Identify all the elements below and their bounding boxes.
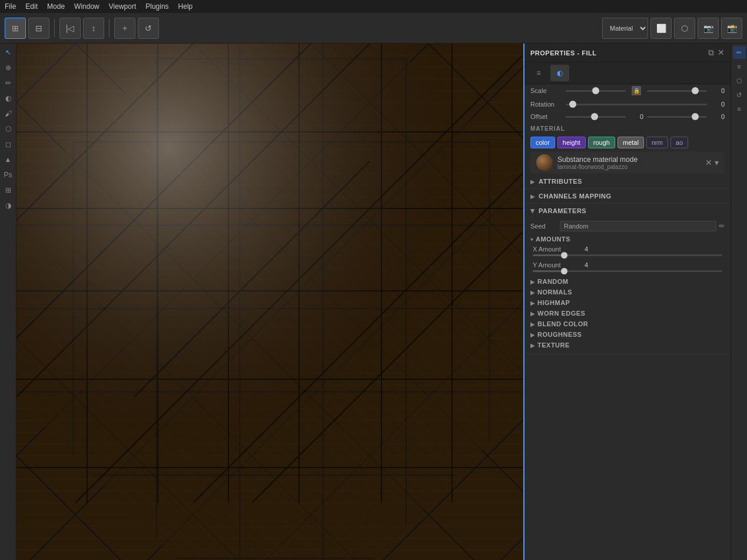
attributes-header[interactable]: ▶ Attributes xyxy=(524,174,731,188)
roughness-header[interactable]: ▶ ROUGHNESS xyxy=(524,329,731,339)
left-icon-add[interactable]: ⊕ xyxy=(2,61,15,74)
texture-header[interactable]: ▶ TEXTURE xyxy=(524,339,731,350)
left-icon-edit[interactable]: ✏ xyxy=(2,77,15,90)
substance-expand-icon[interactable]: ▾ xyxy=(715,158,719,167)
tool-grid[interactable]: ⊟ xyxy=(28,18,49,39)
channel-btn-rough[interactable]: rough xyxy=(588,137,615,148)
menu-file[interactable]: File xyxy=(5,2,16,11)
channel-btn-ao[interactable]: ao xyxy=(670,137,688,148)
channels-mapping-header[interactable]: ▶ Channels mapping xyxy=(524,189,731,203)
highmap-arrow-icon: ▶ xyxy=(530,300,535,306)
substance-row: Substance material mode laminat-floorwoo… xyxy=(530,152,725,173)
right-panel: ✏ ≡ ⬡ ↺ ≡ xyxy=(731,44,747,560)
left-icon-grid[interactable]: ⊞ xyxy=(2,184,15,197)
left-icon-ps[interactable]: Ps xyxy=(2,168,15,181)
toolbar-separator-1 xyxy=(54,19,55,37)
scale-slider-left[interactable] xyxy=(566,90,626,92)
x-amount-slider[interactable] xyxy=(533,254,722,256)
scale-lock-btn[interactable]: 🔒 xyxy=(632,86,641,95)
channels-mapping-arrow-icon: ▶ xyxy=(530,193,535,200)
tool-reset[interactable]: ↺ xyxy=(138,18,159,39)
normals-header[interactable]: ▶ NORMALS xyxy=(524,286,731,297)
attributes-title: Attributes xyxy=(539,178,582,185)
scale-slider-left-thumb[interactable] xyxy=(592,87,599,94)
offset-slider-x[interactable] xyxy=(566,116,626,118)
random-header[interactable]: ▶ RANDOM xyxy=(524,276,731,286)
y-amount-label: Y Amount xyxy=(533,261,574,269)
tab-material[interactable]: ◐ xyxy=(550,65,569,81)
x-amount-label: X Amount xyxy=(533,246,574,253)
panel-close-icon[interactable]: ✕ xyxy=(718,48,725,58)
blend-color-header[interactable]: ▶ BLEND COLOR xyxy=(524,318,731,329)
parameters-title: Parameters xyxy=(539,207,586,214)
left-icon-pointer[interactable]: ↖ xyxy=(2,46,15,59)
left-icon-material[interactable]: ◐ xyxy=(2,92,15,105)
channel-btn-metal[interactable]: metal xyxy=(617,137,644,148)
rotation-thumb[interactable] xyxy=(569,101,576,108)
menu-plugins[interactable]: Plugins xyxy=(145,2,168,11)
left-icon-rect[interactable]: ◻ xyxy=(2,138,15,151)
texture-title: TEXTURE xyxy=(537,342,570,349)
menu-mode[interactable]: Mode xyxy=(47,2,65,11)
tool-camera[interactable]: 📷 xyxy=(698,18,719,39)
amounts-header[interactable]: ▾ AMOUNTS xyxy=(524,233,731,244)
tab-layers[interactable]: ≡ xyxy=(529,65,548,81)
offset-thumb-x[interactable] xyxy=(591,113,598,120)
left-panel: ↖ ⊕ ✏ ◐ 🖌 ⬡ ◻ ▲ Ps ⊞ ◑ xyxy=(0,44,16,560)
scale-slider-right-thumb[interactable] xyxy=(692,87,699,94)
left-icon-circle[interactable]: ◑ xyxy=(2,199,15,212)
y-amount-row: Y Amount 4 xyxy=(524,260,731,270)
tool-align[interactable]: ↕ xyxy=(83,18,104,39)
highmap-header[interactable]: ▶ HIGHMAP xyxy=(524,297,731,307)
offset-thumb-y[interactable] xyxy=(692,113,699,120)
panel-minimize-icon[interactable]: ⧉ xyxy=(708,48,714,58)
tool-view-2d[interactable]: ⬜ xyxy=(650,18,672,39)
scale-value: 0 xyxy=(711,87,725,94)
menu-help[interactable]: Help xyxy=(178,2,193,11)
rotation-label: Rotation xyxy=(530,101,566,108)
x-amount-thumb[interactable] xyxy=(561,252,567,259)
main-content: ↖ ⊕ ✏ ◐ 🖌 ⬡ ◻ ▲ Ps ⊞ ◑ xyxy=(0,44,747,560)
y-amount-slider[interactable] xyxy=(533,270,722,272)
channels-mapping-title: Channels mapping xyxy=(539,193,612,200)
menu-viewport[interactable]: Viewport xyxy=(109,2,136,11)
y-amount-thumb[interactable] xyxy=(561,268,567,274)
tool-add[interactable]: ＋ xyxy=(114,18,135,39)
panel-header: PROPERTIES - FILL ⧉ ✕ xyxy=(524,44,731,62)
x-amount-row: X Amount 4 xyxy=(524,244,731,254)
scale-slider-right[interactable] xyxy=(647,90,707,92)
tool-select[interactable]: ⊞ xyxy=(5,18,26,39)
substance-preview xyxy=(536,154,553,171)
y-amount-value: 4 xyxy=(579,261,588,269)
viewport-mode-dropdown[interactable]: Material xyxy=(602,18,648,39)
right-icon-3d[interactable]: ⬡ xyxy=(733,74,746,87)
right-icon-layers[interactable]: ≡ xyxy=(733,60,746,73)
section-channels-mapping: ▶ Channels mapping xyxy=(524,189,731,204)
channel-btn-color[interactable]: color xyxy=(530,137,555,148)
right-icon-notes[interactable]: ≡ xyxy=(733,102,746,115)
toolbar: ⊞ ⊟ |◁ ↕ ＋ ↺ Material ⬜ ⬡ 📷 📸 xyxy=(0,13,747,44)
channel-btn-nrm[interactable]: nrm xyxy=(646,137,668,148)
rotation-slider[interactable] xyxy=(566,104,707,105)
y-amount-slider-row xyxy=(524,270,731,276)
seed-edit-icon[interactable]: ✏ xyxy=(719,222,725,230)
right-icon-brush[interactable]: ✏ xyxy=(733,46,746,59)
tool-screenshot[interactable]: 📸 xyxy=(721,18,742,39)
tool-view-3d[interactable]: ⬡ xyxy=(674,18,695,39)
right-icon-history[interactable]: ↺ xyxy=(733,88,746,101)
offset-slider-y[interactable] xyxy=(647,116,707,118)
worn-edges-header[interactable]: ▶ worn edges xyxy=(524,307,731,318)
highmap-title: HIGHMAP xyxy=(537,299,570,306)
tool-back[interactable]: |◁ xyxy=(59,18,81,39)
menu-edit[interactable]: Edit xyxy=(25,2,38,11)
parameters-header[interactable]: ▶ Parameters xyxy=(524,204,731,218)
x-amount-value: 4 xyxy=(579,246,588,253)
channel-btn-height[interactable]: height xyxy=(557,137,586,148)
left-icon-3d[interactable]: ⬡ xyxy=(2,122,15,135)
viewport[interactable] xyxy=(16,44,523,560)
left-icon-mesh[interactable]: ▲ xyxy=(2,153,15,166)
left-icon-paint[interactable]: 🖌 xyxy=(2,107,15,120)
amounts-arrow-icon: ▾ xyxy=(530,236,533,243)
substance-close-icon[interactable]: ✕ xyxy=(705,158,712,167)
menu-window[interactable]: Window xyxy=(74,2,99,11)
